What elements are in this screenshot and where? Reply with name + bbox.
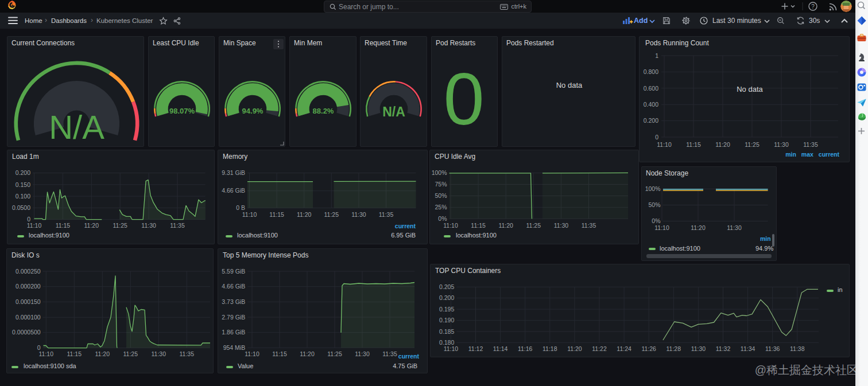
svg-text:1.86 GiB: 1.86 GiB [222, 329, 245, 336]
svg-text:11:35: 11:35 [180, 350, 195, 357]
svg-text:11:25: 11:25 [113, 222, 127, 229]
svg-text:11:25: 11:25 [327, 350, 342, 357]
svg-text:0.205: 0.205 [439, 283, 454, 290]
svg-text:50%: 50% [648, 201, 660, 208]
svg-text:11:15: 11:15 [56, 222, 71, 229]
svg-text:2.79 GiB: 2.79 GiB [222, 314, 245, 321]
svg-text:11:14: 11:14 [493, 345, 508, 352]
svg-text:No data: No data [737, 85, 763, 93]
svg-text:0.190: 0.190 [439, 317, 454, 323]
svg-text:11:25: 11:25 [324, 211, 339, 218]
svg-text:954 MiB: 954 MiB [223, 344, 246, 351]
svg-text:11:22: 11:22 [592, 345, 607, 352]
svg-text:11:10: 11:10 [245, 350, 259, 357]
svg-text:11:34: 11:34 [741, 345, 755, 352]
svg-text:11:20: 11:20 [567, 345, 582, 352]
svg-text:11:15: 11:15 [471, 222, 486, 229]
svg-text:11:35: 11:35 [382, 350, 397, 357]
svg-text:11:25: 11:25 [745, 141, 760, 148]
svg-text:11:15: 11:15 [272, 350, 287, 357]
svg-text:11:32: 11:32 [716, 345, 731, 352]
svg-text:0.200: 0.200 [644, 117, 658, 124]
svg-text:11:30: 11:30 [141, 222, 156, 229]
svg-text:11:30: 11:30 [774, 141, 789, 148]
svg-text:11:20: 11:20 [691, 224, 706, 231]
svg-text:98.07%: 98.07% [169, 107, 195, 115]
svg-text:75%: 75% [435, 181, 447, 188]
svg-text:0.000150: 0.000150 [16, 298, 41, 305]
svg-text:0.200: 0.200 [439, 294, 454, 301]
svg-text:11:28: 11:28 [666, 345, 681, 352]
svg-text:11:20: 11:20 [297, 211, 312, 218]
svg-text:0.185: 0.185 [439, 328, 454, 335]
svg-text:11:10: 11:10 [242, 211, 257, 218]
svg-text:11:10: 11:10 [657, 141, 672, 148]
svg-text:11:25: 11:25 [123, 350, 138, 357]
svg-text:4.66 GiB: 4.66 GiB [222, 187, 245, 194]
svg-text:11:15: 11:15 [686, 141, 701, 148]
svg-text:100%: 100% [645, 185, 661, 192]
svg-text:25%: 25% [435, 204, 447, 210]
svg-text:0.0500: 0.0500 [12, 204, 30, 211]
svg-text:5.59 GiB: 5.59 GiB [222, 268, 245, 275]
svg-text:0: 0 [655, 134, 658, 141]
svg-text:0.100: 0.100 [16, 193, 30, 200]
svg-text:0.0000500: 0.0000500 [12, 329, 41, 336]
svg-text:11:30: 11:30 [351, 211, 366, 218]
svg-text:94.9%: 94.9% [242, 107, 264, 115]
svg-text:1: 1 [655, 52, 658, 59]
svg-text:11:30: 11:30 [152, 350, 166, 357]
svg-text:0.200: 0.200 [16, 169, 30, 176]
svg-text:11:24: 11:24 [617, 345, 631, 352]
svg-text:0%: 0% [438, 215, 447, 222]
svg-text:0.000100: 0.000100 [16, 314, 41, 321]
svg-text:11:10: 11:10 [27, 222, 42, 229]
svg-text:11:20: 11:20 [95, 350, 110, 357]
svg-text:11:18: 11:18 [542, 345, 557, 352]
svg-text:11:38: 11:38 [790, 345, 805, 352]
svg-text:N/A: N/A [49, 108, 104, 146]
svg-text:11:35: 11:35 [379, 211, 394, 218]
svg-text:11:12: 11:12 [468, 345, 483, 352]
svg-text:11:20: 11:20 [300, 350, 315, 357]
svg-text:50%: 50% [435, 192, 447, 199]
svg-text:11:35: 11:35 [582, 222, 596, 229]
svg-text:4.66 GiB: 4.66 GiB [222, 283, 245, 290]
svg-text:88.2%: 88.2% [313, 107, 334, 115]
svg-text:11:30: 11:30 [355, 350, 370, 357]
svg-text:0.195: 0.195 [439, 306, 454, 313]
svg-text:N/A: N/A [382, 104, 405, 119]
svg-text:11:25: 11:25 [526, 222, 541, 229]
svg-text:11:20: 11:20 [84, 222, 99, 229]
svg-text:100%: 100% [432, 169, 447, 176]
svg-text:0.400: 0.400 [644, 101, 658, 108]
svg-text:11:35: 11:35 [803, 141, 818, 148]
svg-text:11:10: 11:10 [443, 222, 458, 229]
svg-text:11:10: 11:10 [444, 345, 459, 352]
svg-text:0.000250: 0.000250 [16, 268, 41, 275]
svg-text:11:36: 11:36 [765, 345, 780, 352]
svg-text:3.73 GiB: 3.73 GiB [222, 298, 245, 305]
svg-text:?: ? [811, 3, 815, 10]
svg-text:11:15: 11:15 [269, 211, 284, 218]
svg-text:11:30: 11:30 [727, 224, 742, 231]
svg-text:0.000200: 0.000200 [16, 283, 41, 290]
svg-text:11:10: 11:10 [39, 350, 54, 357]
svg-text:9.31 GiB: 9.31 GiB [222, 169, 245, 176]
svg-text:11:10: 11:10 [654, 224, 669, 231]
svg-text:11:16: 11:16 [518, 345, 533, 352]
svg-text:11:35: 11:35 [170, 222, 185, 229]
svg-text:0.800: 0.800 [644, 68, 658, 75]
svg-text:11:20: 11:20 [498, 222, 513, 229]
svg-text:11:30: 11:30 [554, 222, 569, 229]
svg-text:0.150: 0.150 [16, 181, 30, 188]
svg-text:11:26: 11:26 [641, 345, 656, 352]
svg-text:11:15: 11:15 [67, 350, 82, 357]
svg-text:11:30: 11:30 [691, 345, 706, 352]
svg-text:0 B: 0 B [236, 204, 245, 211]
svg-text:0.600: 0.600 [644, 85, 658, 92]
svg-text:0%: 0% [652, 217, 660, 224]
svg-text:11:20: 11:20 [715, 141, 730, 148]
